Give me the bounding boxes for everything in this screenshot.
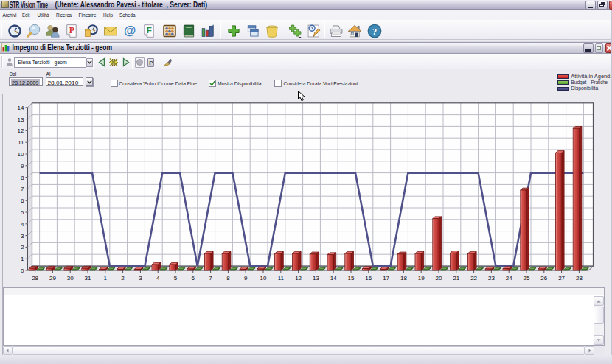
svg-text:3: 3: [139, 275, 142, 281]
svg-text:Help: Help: [103, 12, 113, 18]
svg-text:30: 30: [67, 275, 74, 281]
svg-text:Dal: Dal: [10, 71, 17, 77]
svg-text:4: 4: [21, 221, 24, 228]
svg-text:6: 6: [192, 275, 195, 281]
svg-text:16: 16: [365, 275, 372, 281]
svg-text:11: 11: [278, 275, 285, 281]
svg-text:18: 18: [400, 275, 407, 281]
svg-text:STR Vision Time: STR Vision Time: [10, 0, 48, 10]
svg-text:28.12.2009: 28.12.2009: [12, 80, 39, 86]
svg-text:20: 20: [436, 275, 442, 281]
svg-text:2: 2: [21, 244, 24, 251]
svg-text:1: 1: [104, 275, 108, 281]
svg-text:22: 22: [470, 275, 477, 281]
svg-text:12: 12: [295, 275, 302, 281]
svg-text:31: 31: [85, 275, 91, 281]
svg-text:13: 13: [18, 116, 24, 123]
svg-text:Considera Durata Voci Prestazi: Considera Durata Voci Prestazioni: [283, 80, 358, 87]
svg-text:23: 23: [488, 275, 495, 281]
svg-text:14: 14: [18, 105, 24, 111]
svg-text:Finestre: Finestre: [79, 12, 97, 18]
svg-text:28: 28: [32, 275, 38, 281]
svg-text:13: 13: [313, 275, 319, 281]
svg-text:29: 29: [49, 275, 56, 281]
svg-text:14: 14: [330, 275, 337, 281]
svg-text:15: 15: [348, 275, 355, 281]
svg-text:5: 5: [21, 209, 24, 216]
svg-text:Impegno di Elena Terziotti - g: Impegno di Elena Terziotti - geom: [13, 43, 113, 52]
svg-text:3: 3: [21, 233, 24, 239]
svg-text:8: 8: [226, 275, 230, 281]
svg-text:Scheda: Scheda: [119, 12, 136, 18]
svg-text:Ricerca: Ricerca: [56, 12, 72, 18]
svg-text:26: 26: [540, 275, 547, 281]
svg-text:4: 4: [156, 275, 160, 281]
svg-text:24: 24: [506, 275, 512, 281]
svg-text:8: 8: [21, 175, 24, 181]
svg-text:7: 7: [21, 186, 24, 192]
svg-text:Utilità: Utilità: [38, 12, 49, 18]
svg-text:10: 10: [260, 275, 267, 281]
svg-text:12: 12: [18, 127, 24, 134]
svg-text:25: 25: [524, 275, 530, 281]
svg-text:Disponibilità: Disponibilità: [571, 85, 599, 91]
svg-text:10: 10: [18, 151, 24, 158]
svg-text:Considera 'Entro il' come Data: Considera 'Entro il' come Data Fine: [119, 80, 197, 87]
svg-text:Elena Terziotti - geom: Elena Terziotti - geom: [18, 59, 67, 66]
svg-text:1: 1: [21, 256, 24, 262]
svg-text:7: 7: [209, 275, 212, 281]
svg-text:28.01.2010: 28.01.2010: [47, 80, 78, 86]
svg-text:9: 9: [21, 163, 24, 169]
svg-text:(Utente: Alessandro Pavesi - t: (Utente: Alessandro Pavesi - titolare , …: [55, 1, 208, 9]
svg-text:21: 21: [453, 275, 459, 281]
svg-text:11: 11: [18, 139, 24, 146]
svg-text:Al: Al: [46, 71, 50, 77]
svg-text:0: 0: [21, 267, 24, 274]
svg-text:Mostra Disponibilità: Mostra Disponibilità: [218, 80, 262, 87]
svg-text:19: 19: [418, 275, 425, 281]
svg-text:Edit: Edit: [22, 12, 30, 18]
svg-text:27: 27: [558, 275, 565, 281]
svg-text:6: 6: [21, 197, 24, 204]
svg-text:9: 9: [244, 275, 248, 281]
svg-text:2: 2: [121, 275, 125, 281]
svg-text:17: 17: [383, 275, 389, 281]
svg-text:28: 28: [576, 275, 583, 281]
svg-text:Archivi: Archivi: [3, 12, 17, 18]
svg-text:5: 5: [174, 275, 178, 281]
